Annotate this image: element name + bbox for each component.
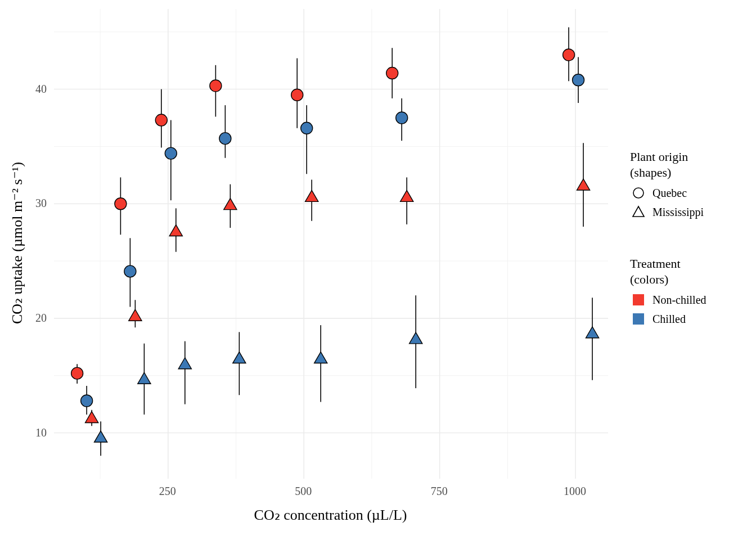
legend-color-item-nonchilled: Non-chilled xyxy=(630,290,748,309)
legend-shape-title: Plant origin (shapes) xyxy=(630,149,742,180)
x-tick-label: 250 xyxy=(159,485,176,498)
data-point xyxy=(400,190,413,201)
y-axis-title: CO₂ uptake (µmol m⁻² s⁻¹) xyxy=(8,162,26,324)
svg-rect-3 xyxy=(633,313,644,325)
data-point xyxy=(165,147,177,159)
data-point xyxy=(305,190,318,201)
legend-color-title: Treatment (colors) xyxy=(630,256,748,287)
data-point xyxy=(396,112,408,124)
data-point xyxy=(86,411,98,422)
x-axis-title: CO₂ concentration (µL/L) xyxy=(0,506,661,524)
data-point xyxy=(573,74,584,86)
y-tick-label: 30 xyxy=(35,197,47,210)
data-point xyxy=(233,352,246,363)
legend-label: Non-chilled xyxy=(652,294,706,307)
data-point xyxy=(155,114,167,126)
data-point xyxy=(124,266,136,277)
data-point xyxy=(386,68,398,79)
swatch-icon xyxy=(630,291,647,308)
chart-figure: { "chart_data": { "type": "scatter", "ti… xyxy=(0,0,756,540)
x-tick-label: 1000 xyxy=(564,485,586,498)
legend-shape-item-mississippi: Mississippi xyxy=(630,202,742,222)
swatch-icon xyxy=(630,310,647,327)
data-point xyxy=(577,179,590,190)
x-tick-label: 750 xyxy=(431,485,448,498)
circle-icon xyxy=(630,184,647,201)
data-point xyxy=(169,225,182,236)
svg-point-0 xyxy=(633,188,644,198)
legend-shape-item-quebec: Quebec xyxy=(630,183,742,202)
data-point xyxy=(115,198,127,210)
data-point xyxy=(410,332,422,344)
svg-marker-1 xyxy=(633,206,644,217)
y-tick-label: 20 xyxy=(35,311,47,324)
data-point xyxy=(71,367,83,379)
y-tick-label: 40 xyxy=(35,82,47,95)
data-point xyxy=(291,89,303,101)
legend-color-item-chilled: Chilled xyxy=(630,309,748,328)
y-tick-label: 10 xyxy=(35,426,47,439)
data-point xyxy=(129,309,142,321)
data-point xyxy=(178,358,191,369)
legend-label: Chilled xyxy=(652,313,686,326)
data-point xyxy=(138,372,151,384)
x-tick-label: 500 xyxy=(295,485,312,498)
data-point xyxy=(586,327,598,338)
plot-svg xyxy=(54,9,608,479)
data-point xyxy=(301,122,313,134)
svg-rect-2 xyxy=(633,294,644,305)
data-point xyxy=(314,352,327,363)
legend-label: Mississippi xyxy=(652,206,704,219)
data-point xyxy=(219,133,231,145)
plot-panel xyxy=(53,8,609,479)
triangle-icon xyxy=(630,204,647,220)
legend-shape: Plant origin (shapes) Quebec Mississippi xyxy=(630,149,742,222)
legend-label: Quebec xyxy=(652,187,687,200)
data-point xyxy=(81,395,93,407)
data-point xyxy=(210,80,222,92)
legend-color: Treatment (colors) Non-chilled Chilled xyxy=(630,256,748,328)
data-point xyxy=(563,49,575,61)
